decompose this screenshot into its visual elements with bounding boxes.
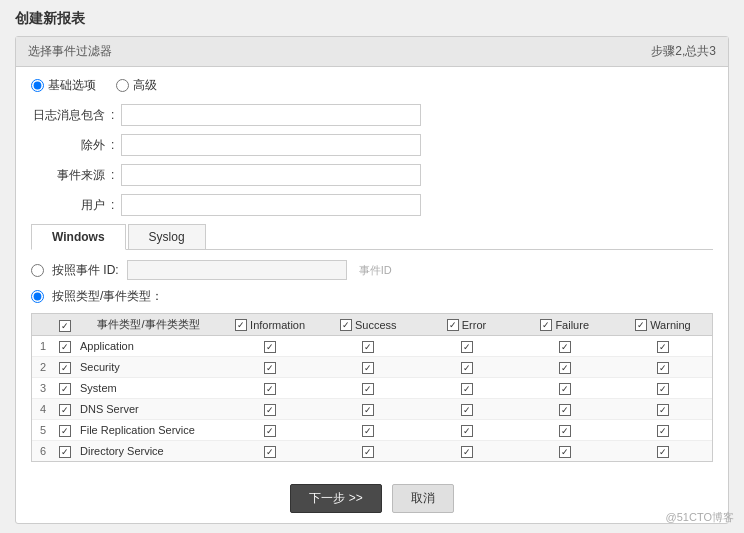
row-error-5[interactable] (417, 441, 515, 461)
row-num-1: 2 (32, 358, 54, 376)
row-warning-check-1[interactable] (657, 362, 669, 374)
row-success-check-0[interactable] (362, 341, 374, 353)
row-info-check-3[interactable] (264, 404, 276, 416)
row-error-check-4[interactable] (461, 425, 473, 437)
form-row-2: 事件来源 : (31, 164, 713, 186)
row-error-check-0[interactable] (461, 341, 473, 353)
row-info-check-1[interactable] (264, 362, 276, 374)
row-error-check-2[interactable] (461, 383, 473, 395)
th-warning: Warning (614, 316, 712, 334)
row-check-1[interactable] (54, 357, 76, 377)
row-warning-5[interactable] (614, 441, 712, 461)
row-failure-1[interactable] (516, 357, 614, 377)
row-info-4[interactable] (221, 420, 319, 440)
row-success-check-3[interactable] (362, 404, 374, 416)
row-error-2[interactable] (417, 378, 515, 398)
row-success-2[interactable] (319, 378, 417, 398)
row-error-0[interactable] (417, 336, 515, 356)
event-type-radio[interactable] (31, 290, 44, 303)
row-warning-check-0[interactable] (657, 341, 669, 353)
row-success-3[interactable] (319, 399, 417, 419)
event-id-radio[interactable] (31, 264, 44, 277)
row-info-2[interactable] (221, 378, 319, 398)
user-input[interactable] (121, 194, 421, 216)
row-warning-0[interactable] (614, 336, 712, 356)
exclude-input[interactable] (121, 134, 421, 156)
row-info-0[interactable] (221, 336, 319, 356)
row-warning-check-4[interactable] (657, 425, 669, 437)
advanced-option-text: 高级 (133, 77, 157, 94)
row-failure-2[interactable] (516, 378, 614, 398)
row-success-check-4[interactable] (362, 425, 374, 437)
row-success-check-1[interactable] (362, 362, 374, 374)
row-failure-check-3[interactable] (559, 404, 571, 416)
row-warning-check-5[interactable] (657, 446, 669, 458)
row-success-1[interactable] (319, 357, 417, 377)
row-info-1[interactable] (221, 357, 319, 377)
row-check-icon-4[interactable] (59, 425, 71, 437)
th-warning-check[interactable] (635, 319, 647, 331)
row-failure-check-1[interactable] (559, 362, 571, 374)
row-failure-check-2[interactable] (559, 383, 571, 395)
row-warning-4[interactable] (614, 420, 712, 440)
th-error-check[interactable] (447, 319, 459, 331)
row-info-5[interactable] (221, 441, 319, 461)
row-check-icon-5[interactable] (59, 446, 71, 458)
row-info-3[interactable] (221, 399, 319, 419)
row-success-check-5[interactable] (362, 446, 374, 458)
row-warning-3[interactable] (614, 399, 712, 419)
row-warning-2[interactable] (614, 378, 712, 398)
row-error-check-1[interactable] (461, 362, 473, 374)
th-failure-check[interactable] (540, 319, 552, 331)
row-check-icon-0[interactable] (59, 341, 71, 353)
row-info-check-4[interactable] (264, 425, 276, 437)
row-failure-check-5[interactable] (559, 446, 571, 458)
row-error-check-3[interactable] (461, 404, 473, 416)
advanced-option-label[interactable]: 高级 (116, 77, 157, 94)
row-error-check-5[interactable] (461, 446, 473, 458)
row-success-0[interactable] (319, 336, 417, 356)
row-failure-5[interactable] (516, 441, 614, 461)
row-check-5[interactable] (54, 441, 76, 461)
table-body: 1 Application 2 (32, 336, 712, 461)
basic-option-label[interactable]: 基础选项 (31, 77, 96, 94)
row-failure-4[interactable] (516, 420, 614, 440)
row-success-5[interactable] (319, 441, 417, 461)
row-success-4[interactable] (319, 420, 417, 440)
event-source-input[interactable] (121, 164, 421, 186)
row-failure-check-0[interactable] (559, 341, 571, 353)
row-check-4[interactable] (54, 420, 76, 440)
row-failure-0[interactable] (516, 336, 614, 356)
tab-syslog[interactable]: Syslog (128, 224, 206, 249)
row-check-icon-2[interactable] (59, 383, 71, 395)
row-warning-check-2[interactable] (657, 383, 669, 395)
row-check-icon-1[interactable] (59, 362, 71, 374)
row-info-check-0[interactable] (264, 341, 276, 353)
row-name-0: Application (76, 337, 221, 355)
th-info-check[interactable] (235, 319, 247, 331)
row-warning-check-3[interactable] (657, 404, 669, 416)
row-error-4[interactable] (417, 420, 515, 440)
basic-radio[interactable] (31, 79, 44, 92)
row-info-check-5[interactable] (264, 446, 276, 458)
event-id-input[interactable] (127, 260, 347, 280)
advanced-radio[interactable] (116, 79, 129, 92)
row-warning-1[interactable] (614, 357, 712, 377)
cancel-button[interactable]: 取消 (392, 484, 454, 513)
row-check-2[interactable] (54, 378, 76, 398)
th-success-check[interactable] (340, 319, 352, 331)
th-check-icon[interactable] (59, 320, 71, 332)
log-message-input[interactable] (121, 104, 421, 126)
row-check-0[interactable] (54, 336, 76, 356)
row-check-icon-3[interactable] (59, 404, 71, 416)
row-error-1[interactable] (417, 357, 515, 377)
tab-windows[interactable]: Windows (31, 224, 126, 250)
row-failure-check-4[interactable] (559, 425, 571, 437)
row-check-3[interactable] (54, 399, 76, 419)
th-name: 事件类型/事件类类型 (76, 314, 221, 335)
row-failure-3[interactable] (516, 399, 614, 419)
row-error-3[interactable] (417, 399, 515, 419)
row-info-check-2[interactable] (264, 383, 276, 395)
row-success-check-2[interactable] (362, 383, 374, 395)
next-button[interactable]: 下一步 >> (290, 484, 381, 513)
